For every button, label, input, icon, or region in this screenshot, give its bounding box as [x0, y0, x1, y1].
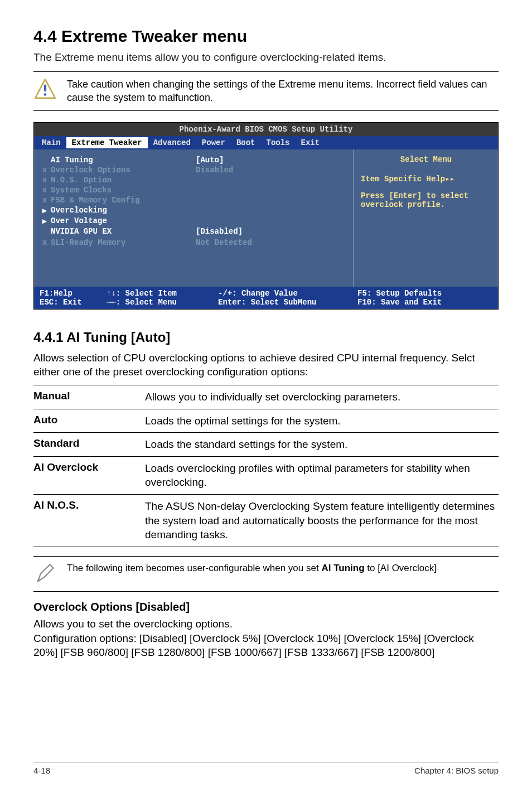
bios-footer-f1: F1:Help [40, 289, 107, 298]
caution-text: Take caution when changing the settings … [67, 78, 499, 105]
bios-row-marker [38, 227, 51, 236]
bios-option-row[interactable]: ▶Over Voltage [38, 216, 349, 226]
table-row: AI N.O.S.The ASUS Non-delay Overclocking… [33, 495, 499, 547]
bios-footer-change: -/+: Change Value [218, 289, 357, 298]
table-row: StandardLoads the standard settings for … [33, 433, 499, 457]
bios-row-value: Disabled [196, 166, 233, 175]
bios-row-label: AI Tuning [51, 156, 196, 165]
bios-footer-updown: ↑↓: Select Item [107, 289, 218, 298]
bios-help-line2: Press [Enter] to select overclock profil… [361, 191, 491, 209]
bios-row-marker: x [38, 166, 51, 175]
overclock-p2: Configuration options: [Disabled] [Overc… [33, 631, 499, 660]
definition-desc: The ASUS Non-delay Overclocking System f… [145, 495, 499, 547]
bios-row-marker [38, 156, 51, 165]
bios-row-marker: x [38, 186, 51, 195]
bios-option-row: xN.O.S. Option [38, 175, 349, 185]
bios-row-label: System Clocks [51, 186, 196, 195]
bios-menu-extreme-tweaker[interactable]: Extreme Tweaker [66, 137, 148, 148]
caution-note: Take caution when changing the settings … [33, 71, 499, 111]
bios-option-row: xOverclock OptionsDisabled [38, 165, 349, 175]
bios-row-label: Overclocking [51, 206, 196, 215]
bios-row-marker: x [38, 176, 51, 185]
definition-term: Manual [33, 385, 145, 409]
bios-footer: F1:Help ↑↓: Select Item -/+: Change Valu… [34, 287, 498, 309]
bios-menu-advanced[interactable]: Advanced [148, 137, 196, 148]
page-footer: 4-18 Chapter 4: BIOS setup [33, 762, 499, 775]
bios-row-label: N.O.S. Option [51, 176, 196, 185]
table-row: ManualAllows you to individually set ove… [33, 385, 499, 409]
table-row: AutoLoads the optimal settings for the s… [33, 409, 499, 433]
bios-title: Phoenix-Award BIOS CMOS Setup Utility [34, 123, 498, 136]
section-para: Allows selection of CPU overclocking opt… [33, 351, 499, 379]
bios-footer-f10: F10: Save and Exit [357, 298, 492, 307]
bios-footer-leftright: →←: Select Menu [107, 298, 218, 307]
bios-help-title: Select Menu [361, 155, 491, 164]
bios-menu-boot[interactable]: Boot [231, 137, 261, 148]
definition-desc: Loads overclocking profiles with optimal… [145, 456, 499, 494]
table-row: AI OverclockLoads overclocking profiles … [33, 456, 499, 494]
bios-row-marker: ▶ [38, 206, 51, 215]
overclock-p1: Allows you to set the overclocking optio… [33, 617, 499, 631]
definition-desc: Loads the optimal settings for the syste… [145, 409, 499, 433]
bios-left-panel: AI Tuning[Auto]xOverclock OptionsDisable… [34, 149, 353, 287]
svg-point-2 [44, 93, 47, 96]
bios-option-row: xSLI-Ready MemoryNot Detected [38, 238, 349, 248]
bios-help-panel: Select Menu Item Specific Help▸▸ Press [… [353, 149, 498, 287]
pencil-note: The following item becomes user-configur… [33, 556, 499, 592]
bios-menu-main[interactable]: Main [36, 137, 66, 148]
bios-row-label: FSB & Memory Config [51, 196, 196, 205]
chapter-label: Chapter 4: BIOS setup [414, 766, 499, 775]
overclock-heading: Overclock Options [Disabled] [33, 601, 499, 613]
bios-row-label: SLI-Ready Memory [51, 238, 196, 247]
bios-footer-enter: Enter: Select SubMenu [218, 298, 357, 307]
caution-icon [33, 78, 57, 101]
definition-term: Standard [33, 433, 145, 457]
definition-desc: Allows you to individually set overclock… [145, 385, 499, 409]
bios-row-label: NVIDIA GPU EX [51, 227, 196, 236]
bios-option-row[interactable]: AI Tuning[Auto] [38, 155, 349, 165]
definition-desc: Loads the standard settings for the syst… [145, 433, 499, 457]
pencil-icon [33, 562, 57, 586]
definition-term: AI Overclock [33, 456, 145, 494]
bios-screenshot: Phoenix-Award BIOS CMOS Setup Utility Ma… [33, 122, 499, 310]
bios-row-marker: x [38, 238, 51, 247]
bios-row-label: Overclock Options [51, 166, 196, 175]
bios-footer-esc: ESC: Exit [40, 298, 107, 307]
bios-row-label: Over Voltage [51, 216, 196, 226]
bios-option-row[interactable]: ▶Overclocking [38, 205, 349, 216]
bios-row-value: Not Detected [196, 238, 252, 247]
bios-row-marker: x [38, 196, 51, 205]
bios-row-marker: ▶ [38, 216, 51, 226]
definition-table: ManualAllows you to individually set ove… [33, 385, 499, 547]
bios-help-line1: Item Specific Help▸▸ [361, 174, 491, 183]
bios-menu-power[interactable]: Power [196, 137, 231, 148]
page-number: 4-18 [33, 766, 50, 775]
bios-option-row: xFSB & Memory Config [38, 195, 349, 205]
bios-menu-tools[interactable]: Tools [260, 137, 295, 148]
page-title: 4.4 Extreme Tweaker menu [33, 27, 499, 46]
intro-text: The Extreme menu items allow you to conf… [33, 51, 499, 64]
definition-term: Auto [33, 409, 145, 433]
bios-row-value: [Disabled] [196, 227, 243, 236]
pencil-note-text: The following item becomes user-configur… [67, 562, 437, 575]
section-heading: 4.4.1 AI Tuning [Auto] [33, 330, 499, 345]
bios-row-value: [Auto] [196, 156, 224, 165]
bios-option-row[interactable]: NVIDIA GPU EX[Disabled] [38, 226, 349, 236]
bios-option-row: xSystem Clocks [38, 185, 349, 195]
definition-term: AI N.O.S. [33, 495, 145, 547]
bios-menu-exit[interactable]: Exit [296, 137, 326, 148]
bios-footer-f5: F5: Setup Defaults [357, 289, 492, 298]
bios-menu-bar: Main Extreme Tweaker Advanced Power Boot… [34, 136, 498, 149]
svg-rect-1 [44, 85, 46, 92]
